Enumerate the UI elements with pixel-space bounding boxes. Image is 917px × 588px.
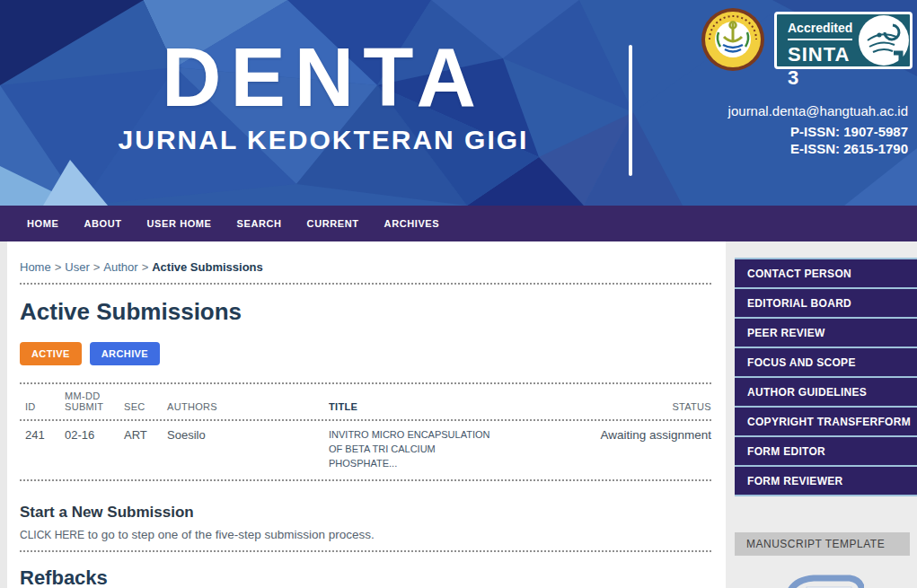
header-contact-info: journal.denta@hangtuah.ac.id P-ISSN: 190… [728,103,908,158]
university-logo [701,7,765,72]
nav-item-archives[interactable]: ARCHIVES [377,213,447,234]
breadcrumb-link-author[interactable]: Author [103,260,137,274]
breadcrumb-separator: > [142,260,149,274]
tab-active[interactable]: ACTIVE [20,342,82,365]
sidebar-item-editorial-board[interactable]: EDITORIAL BOARD [735,289,917,319]
sidebar-item-copyright-transferform[interactable]: COPYRIGHT TRANSFERFORM [735,408,917,437]
breadcrumb-link-user[interactable]: User [65,260,89,274]
breadcrumb-separator: > [55,260,62,274]
breadcrumb-current-page: Active Submissions [152,260,263,274]
nav-item-home[interactable]: HOME [20,213,66,234]
new-submission-instructions: CLICK HERE to go to step one of the five… [20,528,711,552]
refbacks-heading: Refbacks [20,566,711,588]
page-title: Active Submissions [20,298,711,326]
e-issn: E-ISSN: 2615-1790 [728,141,908,158]
sinta-badge-text: Accredited SINTA 3 [777,14,857,66]
p-issn: P-ISSN: 1907-5987 [728,124,908,141]
sidebar-item-focus-and-scope[interactable]: FOCUS AND SCOPE [735,348,917,378]
manuscript-template-label: MANUSCRIPT TEMPLATE [735,532,910,556]
table-row: 241 02-16 ART Soesilo INVITRO MICRO ENCA… [20,421,711,481]
col-header-submit: MM-DD SUBMIT [65,391,122,412]
cell-title-link[interactable]: INVITRO MICRO ENCAPSULATION OF BETA TRI … [329,428,557,471]
sidebar-item-form-editor[interactable]: FORM EDITOR [735,437,917,467]
main-layout: Home>User>Author>Active Submissions Acti… [0,241,917,588]
main-content: Home>User>Author>Active Submissions Acti… [7,241,726,588]
divider [20,283,711,285]
col-header-status: STATUS [559,401,711,412]
new-submission-text: to go to step one of the five-step submi… [84,528,375,541]
col-header-authors: AUTHORS [167,401,327,412]
col-header-id: ID [20,401,63,412]
manuscript-template-icon[interactable] [781,567,864,588]
sidebar-nav: CONTACT PERSON EDITORIAL BOARD PEER REVI… [735,258,917,496]
sidebar-item-form-reviewer[interactable]: FORM REVIEWER [735,467,917,496]
new-submission-heading: Start a New Submission [20,504,711,522]
sidebar-item-contact-person[interactable]: CONTACT PERSON [735,259,917,289]
submissions-table: ID MM-DD SUBMIT SEC AUTHORS TITLE STATUS… [20,382,711,481]
sidebar-item-peer-review[interactable]: PEER REVIEW [735,319,917,348]
submissions-table-header: ID MM-DD SUBMIT SEC AUTHORS TITLE STATUS [20,382,711,421]
col-header-sec: SEC [124,401,165,412]
cell-status: Awaiting assignment [559,428,711,442]
sinta-accreditation-badge: Accredited SINTA 3 [774,12,913,69]
tab-archive[interactable]: ARCHIVE [90,342,160,365]
nav-item-search[interactable]: SEARCH [230,213,289,234]
header-vertical-divider [629,45,632,176]
sinta-emblem-icon [857,13,911,67]
accredited-label: Accredited [788,21,852,40]
journal-email: journal.denta@hangtuah.ac.id [728,103,908,118]
click-here-link[interactable]: CLICK HERE [20,529,84,541]
breadcrumb-separator: > [93,260,101,274]
right-sidebar: CONTACT PERSON EDITORIAL BOARD PEER REVI… [726,241,917,588]
cell-authors: Soesilo [167,428,327,442]
breadcrumb-link-home[interactable]: Home [20,260,51,274]
cell-submit-date: 02-16 [65,428,122,442]
nav-item-current[interactable]: CURRENT [300,213,366,234]
journal-title: DENTA [99,34,548,121]
submissions-tabs: ACTIVE ARCHIVE [20,342,711,365]
journal-subtitle: JURNAL KEDOKTERAN GIGI [99,125,548,155]
sinta-level-label: SINTA 3 [788,43,857,90]
cell-id: 241 [20,428,63,442]
journal-brand: DENTA JURNAL KEDOKTERAN GIGI [99,34,548,155]
col-header-title: TITLE [329,401,557,412]
sidebar-item-author-guidelines[interactable]: AUTHOR GUIDELINES [735,378,917,408]
cell-section: ART [124,428,165,442]
nav-item-about[interactable]: ABOUT [76,213,128,234]
journal-header-banner: DENTA JURNAL KEDOKTERAN GIGI Accredited … [0,0,917,206]
main-navbar: HOME ABOUT USER HOME SEARCH CURRENT ARCH… [0,206,917,241]
nav-item-user-home[interactable]: USER HOME [140,213,219,234]
breadcrumb: Home>User>Author>Active Submissions [20,260,711,274]
